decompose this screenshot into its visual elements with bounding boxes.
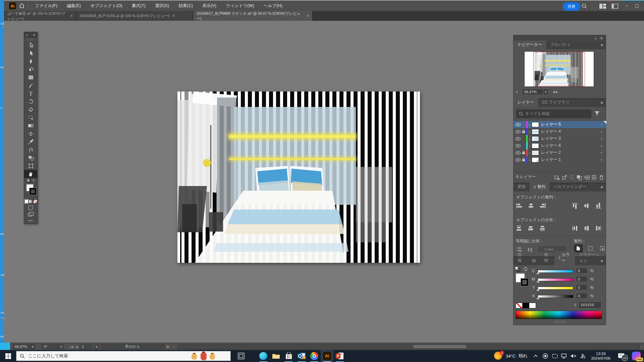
visibility-eye-icon[interactable] (515, 150, 521, 156)
filter-icon[interactable] (594, 111, 600, 117)
panel-menu-icon[interactable]: ≡ (600, 100, 603, 105)
shape-builder-tool[interactable] (24, 154, 37, 162)
taskbar-explorer-icon[interactable] (270, 350, 282, 362)
lock-icon[interactable] (521, 157, 526, 163)
tab-close-icon[interactable]: ✕ (70, 14, 73, 18)
taskbar-outlook-icon[interactable] (295, 350, 308, 362)
target-circle-icon[interactable]: ○ (600, 144, 602, 147)
tab-color[interactable]: カラー (554, 251, 575, 265)
align-left-icon[interactable] (516, 202, 523, 209)
layer-name[interactable]: レイヤー 3 (541, 136, 600, 141)
layers-search-input[interactable]: すべてを検索 (516, 110, 591, 118)
canvas-pasteboard[interactable]: »✕ T (4, 21, 644, 343)
tab-align[interactable]: 整列 (530, 183, 549, 191)
tab-navigator[interactable]: ナビゲーター (514, 41, 546, 49)
expand-chevron-icon[interactable]: › (528, 151, 532, 155)
tray-record-icon[interactable] (541, 350, 550, 362)
lock-icon[interactable] (521, 129, 526, 135)
layer-thumbnail[interactable] (532, 157, 539, 163)
workspace-switcher-icon[interactable] (611, 4, 618, 10)
tray-volume-muted-icon[interactable] (569, 350, 578, 362)
tray-snip-icon[interactable] (550, 350, 559, 362)
zoom-level-field[interactable]: 66.67%▾ (13, 344, 35, 349)
collapse-panels-icon[interactable]: « (595, 36, 597, 40)
yellow-slider[interactable] (538, 287, 573, 290)
distribute-bottom-icon[interactable] (539, 225, 546, 231)
draw-mode-icon[interactable] (24, 204, 37, 211)
tab-close-icon[interactable]: ✕ (172, 14, 175, 18)
pen-tool[interactable] (24, 57, 37, 65)
target-circle-icon[interactable]: ○ (600, 130, 602, 133)
tray-chevron-icon[interactable] (531, 350, 541, 362)
status-menu-icon[interactable]: ▶ (167, 344, 169, 349)
black-swatch[interactable] (523, 303, 529, 308)
none-mode-icon[interactable] (33, 199, 37, 203)
color-mode-icon[interactable] (24, 199, 29, 203)
layer-row[interactable]: › レイヤー 4 ○ (514, 128, 606, 135)
gradient-tool[interactable] (24, 122, 37, 130)
navigator-thumbnail[interactable] (524, 51, 594, 87)
new-layer-icon[interactable] (590, 173, 598, 180)
tab-transparency[interactable]: 透明 (540, 251, 554, 265)
color-type-row[interactable] (24, 199, 37, 204)
distribute-h-center-icon[interactable] (583, 225, 591, 231)
stroke-swatch[interactable] (30, 188, 36, 195)
direct-selection-tool[interactable] (24, 49, 37, 57)
layer-name[interactable]: レイヤー 1 (541, 157, 600, 163)
tab-pathfinder[interactable]: パスファインダー (549, 183, 590, 191)
hand-tool[interactable] (24, 170, 37, 178)
cyan-value-field[interactable]: 0 (576, 268, 587, 274)
rotate-tool[interactable] (24, 98, 37, 106)
selection-tool[interactable] (24, 41, 37, 49)
delete-icon[interactable] (598, 173, 605, 180)
close-panel-group-icon[interactable]: ✕ (600, 36, 603, 41)
navigator-view-rect[interactable] (533, 52, 585, 86)
cyan-slider[interactable] (538, 270, 573, 273)
yellow-value-field[interactable]: 0 (576, 285, 587, 290)
hex-value-field[interactable]: FFFFFF (579, 302, 601, 308)
expand-chevron-icon[interactable]: › (528, 130, 532, 134)
tab-cc-libraries[interactable]: CC ライブラリ (538, 98, 574, 107)
fill-stroke-indicator[interactable] (24, 184, 37, 199)
distribute-left-icon[interactable] (572, 225, 579, 231)
locate-object-icon[interactable] (568, 173, 576, 180)
layer-row[interactable]: › レイヤー 1 ○ (514, 156, 606, 163)
export-add-icon[interactable] (561, 173, 568, 180)
layer-thumbnail[interactable] (532, 150, 539, 156)
layer-name[interactable]: レイヤー 2 (541, 150, 600, 156)
menu-edit[interactable]: 編集(E) (63, 1, 85, 9)
distribute-right-icon[interactable] (595, 225, 602, 231)
h-scrollbar-track[interactable] (178, 344, 640, 350)
layer-row[interactable]: › レイヤー 5 ○ (514, 121, 606, 128)
tray-network-icon[interactable] (559, 350, 569, 362)
expand-chevron-icon[interactable]: › (528, 144, 532, 148)
first-artboard-icon[interactable]: |◀ (70, 345, 73, 349)
tray-clock[interactable]: 13:33 2024/07/05 (588, 351, 614, 361)
share-button[interactable]: 共有 (563, 2, 580, 11)
visibility-eye-icon[interactable] (515, 122, 521, 128)
paintbrush-tool[interactable] (24, 81, 37, 89)
slider-thumb[interactable] (536, 280, 540, 283)
target-circle-icon[interactable]: ○ (600, 137, 602, 140)
white-swatch[interactable] (529, 303, 536, 308)
h-scrollbar-thumb[interactable] (413, 345, 467, 348)
taskbar-store-icon[interactable] (282, 350, 295, 362)
visibility-eye-icon[interactable] (515, 136, 521, 142)
artboard-tool[interactable] (24, 162, 37, 170)
gradient-mode-icon[interactable] (29, 199, 33, 203)
task-view-button[interactable] (235, 350, 248, 362)
menu-view[interactable]: 表示(V) (198, 1, 220, 9)
document-tab[interactable]: 20240508_松戸 KDIS.ai @ 100 % (CMYK/プレビュー)… (76, 11, 193, 21)
maximize-button[interactable]: ▢ (632, 3, 642, 8)
tab-stroke[interactable]: 線 (528, 256, 540, 265)
tab-layers[interactable]: レイヤー (514, 98, 538, 107)
target-circle-icon[interactable]: ○ (600, 151, 602, 155)
zoom-in-icon[interactable]: ▲▲ (552, 89, 557, 94)
layer-row[interactable]: › レイヤー 3 ○ (514, 135, 606, 142)
start-button[interactable] (0, 350, 16, 362)
taskbar-powerpoint-icon[interactable]: P (333, 350, 346, 362)
black-value-field[interactable]: 0 (576, 293, 587, 299)
slider-thumb[interactable] (536, 297, 540, 299)
black-slider[interactable] (538, 295, 573, 298)
navigator-zoom-field[interactable]: 66.67% (522, 89, 543, 95)
